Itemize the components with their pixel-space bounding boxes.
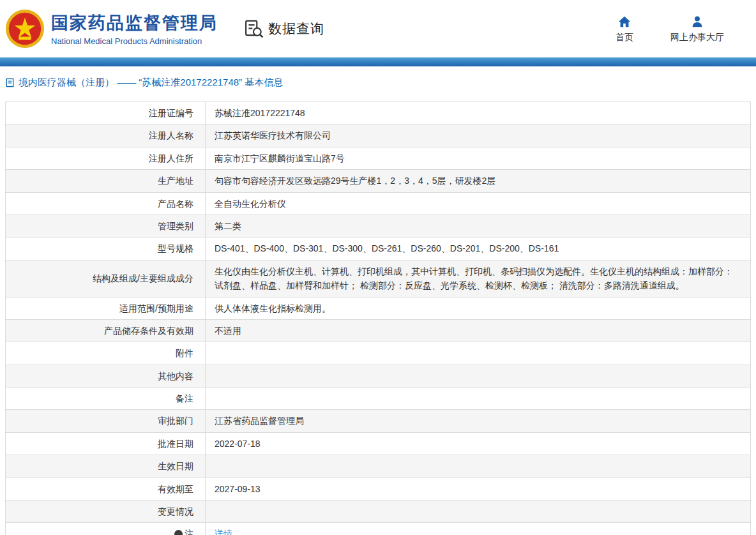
row-value [206,501,751,523]
document-icon [5,78,15,87]
row-label: 注册证编号 [6,102,206,124]
details-link[interactable]: 详情 [215,529,232,535]
row-value [206,365,751,387]
home-icon [617,15,631,29]
row-label: 变更情况 [6,501,206,523]
row-value: 江苏省药品监督管理局 [206,410,751,432]
row-label: 注 [6,523,206,535]
row-value [206,388,751,410]
table-row: 附件 [6,342,751,365]
table-row: 适用范围/预期用途供人体体液生化指标检测用。 [6,297,751,319]
row-label: 管理类别 [6,215,206,237]
nav-home-label: 首页 [616,32,633,43]
data-query-section: 数据查询 [245,19,324,38]
row-value: 详情 [206,523,751,535]
row-value: 句容市句容经济开发区致远路29号生产楼1，2，3，4，5层，研发楼2层 [206,170,751,192]
row-label: 产品名称 [6,192,206,215]
row-value: 生化仪由生化分析仪主机、计算机、打印机组成，其中计算机、打印机、条码扫描仪为选配… [206,260,751,297]
row-value: 南京市江宁区麒麟街道宝山路7号 [206,147,751,169]
row-value: 不适用 [206,319,751,342]
nav-service-hall[interactable]: 网上办事大厅 [670,15,724,43]
row-label: 生效日期 [6,455,206,478]
row-label: 备注 [6,388,206,410]
org-title-block: 国家药品监督管理局 National Medical Products Admi… [51,11,218,46]
row-value [206,342,751,365]
table-row: 审批部门江苏省药品监督管理局 [6,410,751,432]
nav-home[interactable]: 首页 [616,15,633,43]
row-value [206,455,751,478]
row-label: 附件 [6,342,206,365]
row-label: 产品储存条件及有效期 [6,319,206,342]
org-name-cn: 国家药品监督管理局 [51,11,218,34]
org-name-en: National Medical Products Administration [51,36,218,46]
row-label: 注册人名称 [6,124,206,147]
row-value: 2022-07-18 [206,432,751,455]
row-label: 有效期至 [6,478,206,500]
info-table-body: 注册证编号苏械注准20172221748注册人名称江苏英诺华医疗技术有限公司注册… [6,102,751,535]
row-value: 第二类 [206,215,751,237]
row-label: 生产地址 [6,170,206,192]
top-nav: 首页 网上办事大厅 [616,15,724,43]
person-icon [690,15,704,29]
table-row: 产品储存条件及有效期不适用 [6,319,751,342]
table-row: 注详情 [6,523,751,535]
table-row: 管理类别第二类 [6,215,751,237]
info-table: 注册证编号苏械注准20172221748注册人名称江苏英诺华医疗技术有限公司注册… [5,102,751,535]
row-value: 苏械注准20172221748 [206,102,751,124]
table-row: 变更情况 [6,501,751,523]
row-label: 其他内容 [6,365,206,387]
breadcrumb-text: 境内医疗器械（注册） —— “苏械注准20172221748” 基本信息 [19,77,283,89]
note-icon [174,530,183,535]
row-value: DS-401、DS-400、DS-301、DS-300、DS-261、DS-26… [206,237,751,260]
row-value: 供人体体液生化指标检测用。 [206,297,751,319]
table-row: 生效日期 [6,455,751,478]
row-label: 适用范围/预期用途 [6,297,206,319]
table-row: 批准日期2022-07-18 [6,432,751,455]
row-value: 全自动生化分析仪 [206,192,751,215]
row-label: 审批部门 [6,410,206,432]
table-row: 其他内容 [6,365,751,387]
table-row: 注册人名称江苏英诺华医疗技术有限公司 [6,124,751,147]
table-row: 备注 [6,388,751,410]
nav-service-hall-label: 网上办事大厅 [670,32,724,43]
row-label: 注册人住所 [6,147,206,169]
header-divider-bar [0,57,756,66]
table-row: 生产地址句容市句容经济开发区致远路29号生产楼1，2，3，4，5层，研发楼2层 [6,170,751,192]
table-row: 注册人住所南京市江宁区麒麟街道宝山路7号 [6,147,751,169]
row-label: 结构及组成/主要组成成分 [6,260,206,297]
row-value: 2027-09-13 [206,478,751,500]
row-value: 江苏英诺华医疗技术有限公司 [206,124,751,147]
data-query-label: 数据查询 [268,20,324,38]
breadcrumb: 境内医疗器械（注册） —— “苏械注准20172221748” 基本信息 [0,66,756,98]
row-label: 型号规格 [6,237,206,260]
table-row: 型号规格DS-401、DS-400、DS-301、DS-300、DS-261、D… [6,237,751,260]
table-row: 注册证编号苏械注准20172221748 [6,102,751,124]
table-row: 产品名称全自动生化分析仪 [6,192,751,215]
table-row: 有效期至2027-09-13 [6,478,751,500]
site-header: 国家药品监督管理局 National Medical Products Admi… [0,0,756,57]
table-row: 结构及组成/主要组成成分生化仪由生化分析仪主机、计算机、打印机组成，其中计算机、… [6,260,751,297]
row-label: 批准日期 [6,432,206,455]
data-query-icon [245,19,264,38]
national-emblem-logo [5,9,45,49]
